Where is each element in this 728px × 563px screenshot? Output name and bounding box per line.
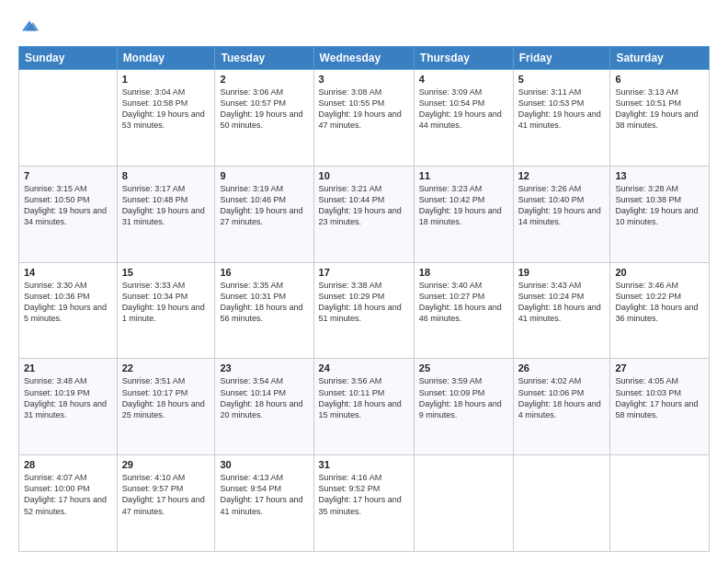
weekday-header-saturday: Saturday xyxy=(610,47,710,70)
calendar-cell xyxy=(610,455,710,552)
calendar-cell: 17Sunrise: 3:38 AMSunset: 10:29 PMDaylig… xyxy=(313,262,414,359)
day-info: Sunrise: 4:13 AMSunset: 9:54 PMDaylight:… xyxy=(220,472,308,517)
weekday-header-sunday: Sunday xyxy=(19,47,118,70)
calendar-cell: 14Sunrise: 3:30 AMSunset: 10:36 PMDaylig… xyxy=(19,262,118,359)
day-number: 5 xyxy=(518,74,606,85)
day-number: 18 xyxy=(419,267,508,278)
day-info: Sunrise: 3:11 AMSunset: 10:53 PMDaylight… xyxy=(518,86,606,132)
calendar-cell xyxy=(414,455,513,552)
day-number: 15 xyxy=(122,267,210,278)
day-info: Sunrise: 3:23 AMSunset: 10:42 PMDaylight… xyxy=(419,183,508,228)
day-number: 28 xyxy=(24,459,112,470)
calendar-cell: 11Sunrise: 3:23 AMSunset: 10:42 PMDaylig… xyxy=(414,166,513,262)
calendar-cell: 23Sunrise: 3:54 AMSunset: 10:14 PMDaylig… xyxy=(215,359,313,455)
day-info: Sunrise: 3:43 AMSunset: 10:24 PMDaylight… xyxy=(518,280,606,325)
calendar-cell: 29Sunrise: 4:10 AMSunset: 9:57 PMDayligh… xyxy=(117,455,215,552)
calendar-cell: 9Sunrise: 3:19 AMSunset: 10:46 PMDayligh… xyxy=(215,166,313,262)
day-number: 2 xyxy=(220,74,308,85)
day-info: Sunrise: 3:13 AMSunset: 10:51 PMDaylight… xyxy=(615,86,704,132)
calendar-cell: 3Sunrise: 3:08 AMSunset: 10:55 PMDayligh… xyxy=(313,70,414,167)
weekday-header-tuesday: Tuesday xyxy=(215,47,313,70)
day-number: 12 xyxy=(518,170,606,181)
day-number: 6 xyxy=(615,74,704,85)
calendar-cell: 22Sunrise: 3:51 AMSunset: 10:17 PMDaylig… xyxy=(117,359,215,455)
day-info: Sunrise: 3:33 AMSunset: 10:34 PMDaylight… xyxy=(122,280,210,325)
calendar-cell: 31Sunrise: 4:16 AMSunset: 9:52 PMDayligh… xyxy=(313,455,414,552)
day-number: 10 xyxy=(319,170,409,181)
day-info: Sunrise: 3:17 AMSunset: 10:48 PMDaylight… xyxy=(122,183,210,228)
weekday-header-wednesday: Wednesday xyxy=(313,47,414,70)
calendar-week-row: 14Sunrise: 3:30 AMSunset: 10:36 PMDaylig… xyxy=(19,262,710,359)
calendar-cell: 5Sunrise: 3:11 AMSunset: 10:53 PMDayligh… xyxy=(513,70,610,167)
day-number: 9 xyxy=(220,170,308,181)
calendar-cell: 10Sunrise: 3:21 AMSunset: 10:44 PMDaylig… xyxy=(313,166,414,262)
calendar-week-row: 7Sunrise: 3:15 AMSunset: 10:50 PMDayligh… xyxy=(19,166,710,262)
calendar-week-row: 28Sunrise: 4:07 AMSunset: 10:00 PMDaylig… xyxy=(19,455,710,552)
day-info: Sunrise: 3:51 AMSunset: 10:17 PMDaylight… xyxy=(122,375,210,420)
day-number: 24 xyxy=(319,362,409,373)
day-info: Sunrise: 3:08 AMSunset: 10:55 PMDaylight… xyxy=(319,86,409,132)
calendar-cell: 25Sunrise: 3:59 AMSunset: 10:09 PMDaylig… xyxy=(414,359,513,455)
calendar-cell: 7Sunrise: 3:15 AMSunset: 10:50 PMDayligh… xyxy=(19,166,118,262)
day-info: Sunrise: 4:05 AMSunset: 10:03 PMDaylight… xyxy=(615,375,704,420)
day-number: 16 xyxy=(220,267,308,278)
calendar-cell: 21Sunrise: 3:48 AMSunset: 10:19 PMDaylig… xyxy=(19,359,118,455)
calendar-cell: 18Sunrise: 3:40 AMSunset: 10:27 PMDaylig… xyxy=(414,262,513,359)
day-number: 3 xyxy=(319,74,409,85)
calendar-page: SundayMondayTuesdayWednesdayThursdayFrid… xyxy=(0,0,728,563)
logo xyxy=(18,15,44,37)
header xyxy=(18,15,710,37)
day-info: Sunrise: 3:15 AMSunset: 10:50 PMDaylight… xyxy=(24,183,112,228)
calendar-cell: 15Sunrise: 3:33 AMSunset: 10:34 PMDaylig… xyxy=(117,262,215,359)
calendar-cell: 2Sunrise: 3:06 AMSunset: 10:57 PMDayligh… xyxy=(215,70,313,167)
calendar-cell: 27Sunrise: 4:05 AMSunset: 10:03 PMDaylig… xyxy=(610,359,710,455)
day-info: Sunrise: 4:16 AMSunset: 9:52 PMDaylight:… xyxy=(319,472,409,517)
day-info: Sunrise: 3:54 AMSunset: 10:14 PMDaylight… xyxy=(220,375,308,420)
calendar-cell: 1Sunrise: 3:04 AMSunset: 10:58 PMDayligh… xyxy=(117,70,215,167)
day-info: Sunrise: 4:07 AMSunset: 10:00 PMDaylight… xyxy=(24,472,112,517)
day-info: Sunrise: 3:48 AMSunset: 10:19 PMDaylight… xyxy=(24,375,112,420)
day-number: 11 xyxy=(419,170,508,181)
day-number: 29 xyxy=(122,459,210,470)
calendar-cell: 30Sunrise: 4:13 AMSunset: 9:54 PMDayligh… xyxy=(215,455,313,552)
day-info: Sunrise: 3:38 AMSunset: 10:29 PMDaylight… xyxy=(319,280,409,325)
day-number: 25 xyxy=(419,362,508,373)
calendar-cell: 19Sunrise: 3:43 AMSunset: 10:24 PMDaylig… xyxy=(513,262,610,359)
calendar-cell: 6Sunrise: 3:13 AMSunset: 10:51 PMDayligh… xyxy=(610,70,710,167)
day-number: 20 xyxy=(615,267,704,278)
calendar-table: SundayMondayTuesdayWednesdayThursdayFrid… xyxy=(18,46,710,552)
day-info: Sunrise: 3:09 AMSunset: 10:54 PMDaylight… xyxy=(419,86,508,132)
day-info: Sunrise: 4:10 AMSunset: 9:57 PMDaylight:… xyxy=(122,472,210,517)
day-number: 31 xyxy=(319,459,409,470)
day-number: 23 xyxy=(220,362,308,373)
calendar-cell: 16Sunrise: 3:35 AMSunset: 10:31 PMDaylig… xyxy=(215,262,313,359)
weekday-header-monday: Monday xyxy=(117,47,215,70)
day-number: 8 xyxy=(122,170,210,181)
day-info: Sunrise: 3:56 AMSunset: 10:11 PMDaylight… xyxy=(319,375,409,420)
day-info: Sunrise: 3:59 AMSunset: 10:09 PMDaylight… xyxy=(419,375,508,420)
calendar-cell: 20Sunrise: 3:46 AMSunset: 10:22 PMDaylig… xyxy=(610,262,710,359)
weekday-header-thursday: Thursday xyxy=(414,47,513,70)
calendar-cell xyxy=(19,70,118,167)
day-info: Sunrise: 3:46 AMSunset: 10:22 PMDaylight… xyxy=(615,280,704,325)
day-number: 4 xyxy=(419,74,508,85)
day-number: 27 xyxy=(615,362,704,373)
day-number: 26 xyxy=(518,362,606,373)
weekday-header-row: SundayMondayTuesdayWednesdayThursdayFrid… xyxy=(19,47,710,70)
day-number: 22 xyxy=(122,362,210,373)
day-info: Sunrise: 4:02 AMSunset: 10:06 PMDaylight… xyxy=(518,375,606,420)
calendar-cell: 28Sunrise: 4:07 AMSunset: 10:00 PMDaylig… xyxy=(19,455,118,552)
calendar-cell: 26Sunrise: 4:02 AMSunset: 10:06 PMDaylig… xyxy=(513,359,610,455)
calendar-week-row: 21Sunrise: 3:48 AMSunset: 10:19 PMDaylig… xyxy=(19,359,710,455)
weekday-header-friday: Friday xyxy=(513,47,610,70)
day-info: Sunrise: 3:30 AMSunset: 10:36 PMDaylight… xyxy=(24,280,112,325)
calendar-cell: 13Sunrise: 3:28 AMSunset: 10:38 PMDaylig… xyxy=(610,166,710,262)
day-number: 17 xyxy=(319,267,409,278)
day-info: Sunrise: 3:04 AMSunset: 10:58 PMDaylight… xyxy=(122,86,210,132)
calendar-cell: 24Sunrise: 3:56 AMSunset: 10:11 PMDaylig… xyxy=(313,359,414,455)
day-info: Sunrise: 3:26 AMSunset: 10:40 PMDaylight… xyxy=(518,183,606,228)
day-number: 1 xyxy=(122,74,210,85)
calendar-cell: 12Sunrise: 3:26 AMSunset: 10:40 PMDaylig… xyxy=(513,166,610,262)
calendar-cell: 8Sunrise: 3:17 AMSunset: 10:48 PMDayligh… xyxy=(117,166,215,262)
day-number: 19 xyxy=(518,267,606,278)
